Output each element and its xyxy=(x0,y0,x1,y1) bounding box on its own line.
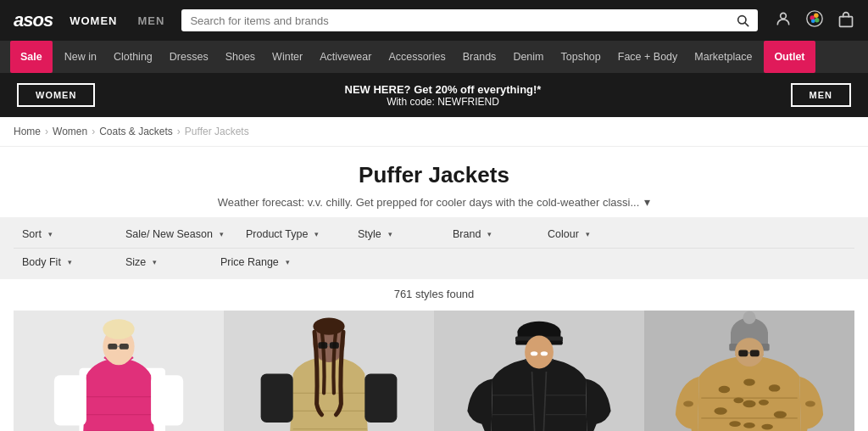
main-nav-links: WOMEN MEN xyxy=(70,14,164,27)
nav-men[interactable]: MEN xyxy=(137,14,164,27)
chevron-down-icon: ▾ xyxy=(314,230,319,238)
page-title-section: Puffer Jackets Weather forecast: v.v. ch… xyxy=(0,147,868,217)
promo-main-text: NEW HERE? Get 20% off everything!* xyxy=(345,83,542,96)
filter-price-range[interactable]: Price Range ▾ xyxy=(212,252,322,272)
page-title: Puffer Jackets xyxy=(0,162,868,188)
product-grid xyxy=(0,311,868,431)
svg-point-2 xyxy=(781,13,787,19)
svg-rect-28 xyxy=(261,373,293,423)
svg-point-60 xyxy=(769,384,781,391)
svg-rect-33 xyxy=(330,342,339,349)
logo[interactable]: asos xyxy=(14,9,53,31)
svg-rect-79 xyxy=(738,350,748,357)
search-input[interactable] xyxy=(190,14,731,27)
product-card-4[interactable] xyxy=(644,311,854,431)
cat-brands[interactable]: Brands xyxy=(454,41,505,73)
product-image-4 xyxy=(644,311,854,431)
svg-rect-14 xyxy=(54,375,86,425)
page-subtitle-toggle[interactable]: Weather forecast: v.v. chilly. Get prepp… xyxy=(0,195,868,209)
product-image-1 xyxy=(14,311,224,431)
filter-body-fit[interactable]: Body Fit ▾ xyxy=(14,252,115,272)
chevron-down-icon: ▾ xyxy=(153,258,157,266)
cat-marketplace[interactable]: Marketplace xyxy=(686,41,760,73)
breadcrumb-women[interactable]: Women xyxy=(53,126,87,137)
cat-shoes[interactable]: Shoes xyxy=(217,41,264,73)
svg-point-76 xyxy=(743,311,755,324)
bag-icon[interactable] xyxy=(837,11,854,31)
svg-point-51 xyxy=(541,351,548,355)
cat-new-in[interactable]: New in xyxy=(56,41,105,73)
product-card-2[interactable] xyxy=(224,311,434,431)
cat-face-body[interactable]: Face + Body xyxy=(609,41,687,73)
page-subtitle-text: Weather forecast: v.v. chilly. Get prepp… xyxy=(218,196,640,209)
chevron-down-icon: ▾ xyxy=(487,230,492,238)
product-card-1[interactable] xyxy=(14,311,224,431)
svg-point-58 xyxy=(729,421,741,427)
svg-line-1 xyxy=(745,23,748,26)
filter-product-type[interactable]: Product Type ▾ xyxy=(237,224,348,244)
wishlist-icon[interactable] xyxy=(805,9,824,32)
breadcrumb-sep-3: › xyxy=(177,126,181,137)
results-count: 761 styles found xyxy=(0,279,868,311)
svg-rect-17 xyxy=(108,344,117,350)
cat-outlet[interactable]: Outlet xyxy=(764,41,815,73)
cat-activewear[interactable]: Activewear xyxy=(311,41,380,73)
svg-point-50 xyxy=(531,351,537,355)
svg-point-72 xyxy=(683,401,693,407)
breadcrumb-coats-jackets[interactable]: Coats & Jackets xyxy=(99,126,173,137)
product-card-3[interactable] xyxy=(434,311,644,431)
filter-size[interactable]: Size ▾ xyxy=(117,252,210,272)
account-icon[interactable] xyxy=(775,10,792,31)
cat-denim[interactable]: Denim xyxy=(504,41,552,73)
svg-point-61 xyxy=(759,400,769,406)
svg-rect-80 xyxy=(750,350,760,357)
svg-point-62 xyxy=(774,411,787,417)
search-container xyxy=(181,9,758,31)
filter-row-1: Sort ▾ Sale/ New Season ▾ Product Type ▾… xyxy=(14,221,854,249)
breadcrumb-home[interactable]: Home xyxy=(14,126,41,137)
breadcrumb: Home › Women › Coats & Jackets › Puffer … xyxy=(0,117,868,147)
promo-men-button[interactable]: MEN xyxy=(791,83,851,107)
cat-topshop[interactable]: Topshop xyxy=(553,41,609,73)
filter-sort[interactable]: Sort ▾ xyxy=(14,224,115,244)
filter-brand[interactable]: Brand ▾ xyxy=(444,224,537,244)
filter-colour[interactable]: Colour ▾ xyxy=(539,224,632,244)
svg-point-3 xyxy=(807,10,822,25)
product-image-2 xyxy=(224,311,434,431)
filter-colour-label: Colour xyxy=(548,228,579,240)
filter-product-type-label: Product Type xyxy=(246,228,308,240)
cat-winter[interactable]: Winter xyxy=(264,41,311,73)
filter-brand-label: Brand xyxy=(453,228,481,240)
svg-point-73 xyxy=(805,401,815,407)
svg-point-63 xyxy=(761,424,773,430)
chevron-down-icon: ▾ xyxy=(586,230,590,238)
filter-sale-new-season[interactable]: Sale/ New Season ▾ xyxy=(117,224,236,244)
chevron-down-icon: ▾ xyxy=(644,195,650,209)
chevron-down-icon: ▾ xyxy=(68,258,72,266)
svg-point-7 xyxy=(811,19,815,23)
filter-style-label: Style xyxy=(358,228,381,240)
filter-style[interactable]: Style ▾ xyxy=(349,224,442,244)
svg-point-67 xyxy=(743,423,755,428)
cat-clothing[interactable]: Clothing xyxy=(105,41,161,73)
svg-point-5 xyxy=(814,13,819,17)
svg-point-20 xyxy=(103,319,134,339)
svg-rect-29 xyxy=(364,373,397,423)
search-button[interactable] xyxy=(736,14,749,27)
filter-sale-label: Sale/ New Season xyxy=(125,228,213,240)
promo-women-button[interactable]: WOMEN xyxy=(17,83,95,107)
cat-accessories[interactable]: Accessories xyxy=(380,41,453,73)
cat-dresses[interactable]: Dresses xyxy=(161,41,217,73)
cat-sale[interactable]: Sale xyxy=(10,41,53,73)
chevron-down-icon: ▾ xyxy=(48,230,53,238)
svg-rect-18 xyxy=(120,344,129,350)
svg-point-31 xyxy=(313,317,344,334)
category-nav: Sale New in Clothing Dresses Shoes Winte… xyxy=(0,41,868,73)
svg-rect-32 xyxy=(318,342,327,349)
svg-point-57 xyxy=(715,407,727,414)
breadcrumb-current: Puffer Jackets xyxy=(185,126,249,137)
nav-women[interactable]: WOMEN xyxy=(70,14,117,27)
filter-row-2: Body Fit ▾ Size ▾ Price Range ▾ xyxy=(14,249,854,276)
promo-text-container: NEW HERE? Get 20% off everything!* With … xyxy=(345,83,542,108)
filters-section: Sort ▾ Sale/ New Season ▾ Product Type ▾… xyxy=(0,217,868,279)
